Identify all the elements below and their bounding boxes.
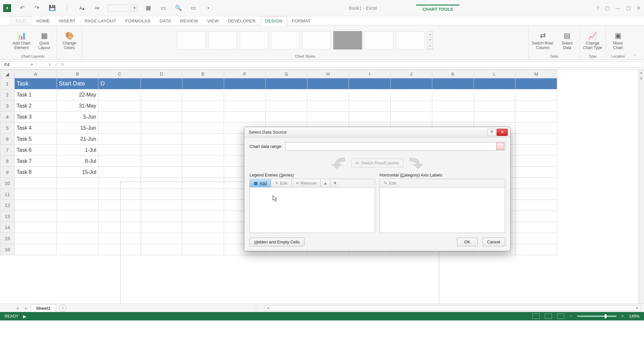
cell[interactable]: 21-Jun — [57, 134, 99, 145]
tab-format[interactable]: FORMAT — [287, 17, 315, 25]
chart-style-6[interactable] — [333, 31, 362, 49]
tab-formulas[interactable]: FORMULAS — [121, 17, 155, 25]
axis-labels-list[interactable] — [380, 188, 505, 233]
cell[interactable]: 15-Jul — [57, 167, 99, 178]
select-all-corner[interactable]: ◢ — [0, 70, 15, 78]
cell[interactable] — [516, 222, 557, 233]
cell[interactable] — [182, 134, 224, 145]
col-header[interactable]: E — [182, 70, 224, 78]
zoom-level[interactable]: 145% — [629, 314, 639, 318]
cell[interactable] — [391, 100, 432, 111]
cell[interactable] — [432, 78, 474, 89]
cell[interactable] — [57, 244, 99, 255]
cell[interactable] — [349, 111, 391, 123]
cell[interactable] — [224, 100, 266, 111]
cell[interactable] — [15, 233, 57, 244]
row-header[interactable]: 11 — [0, 189, 15, 200]
formula-input[interactable] — [67, 61, 643, 68]
col-header[interactable]: B — [57, 70, 99, 78]
qat-button-4[interactable]: ▭ — [189, 4, 197, 12]
col-header[interactable]: C — [99, 70, 141, 78]
sheet-nav-next[interactable]: ► — [22, 306, 31, 310]
cell[interactable]: Task 4 — [15, 123, 57, 134]
chart-styles-more[interactable]: ▲▼▾ — [427, 31, 433, 49]
chart-style-7[interactable] — [365, 31, 393, 49]
font-shrink-button[interactable]: A▾ — [93, 4, 101, 12]
cell[interactable] — [141, 134, 182, 145]
vertical-scrollbar[interactable]: ▲ ▼ — [638, 70, 644, 304]
row-header[interactable]: 3 — [0, 100, 15, 111]
font-select[interactable]: ▾ — [108, 5, 137, 12]
change-chart-type-button[interactable]: 📈 Change Chart Type — [583, 31, 602, 50]
cell[interactable]: 8-Jul — [57, 156, 99, 167]
cell[interactable] — [99, 134, 141, 145]
cell[interactable] — [516, 156, 557, 167]
cell[interactable] — [349, 89, 391, 100]
ribbon-display-options[interactable]: ▢ — [605, 5, 610, 11]
row-header[interactable]: 13 — [0, 211, 15, 222]
row-header[interactable]: 2 — [0, 89, 15, 100]
cell[interactable] — [266, 89, 307, 100]
cell[interactable] — [516, 244, 557, 255]
row-header[interactable]: 6 — [0, 134, 15, 145]
legend-entries-list[interactable] — [249, 188, 375, 233]
cell[interactable] — [516, 123, 557, 134]
zoom-in-button[interactable]: + — [622, 314, 624, 318]
font-grow-button[interactable]: A▴ — [78, 4, 86, 12]
horizontal-scrollbar[interactable]: ◄► — [264, 305, 641, 311]
chart-style-8[interactable] — [396, 31, 424, 49]
chart-style-3[interactable] — [240, 31, 268, 49]
cell[interactable] — [474, 100, 516, 111]
cell[interactable] — [432, 100, 474, 111]
cell[interactable]: 22-May — [57, 89, 99, 100]
chart-style-2[interactable] — [208, 31, 237, 49]
cell[interactable] — [57, 178, 99, 189]
col-header[interactable]: A — [15, 70, 57, 78]
sheet-tab[interactable]: Sheet1 — [31, 304, 56, 312]
table-row[interactable]: 2Task 122-May — [0, 89, 557, 100]
select-data-button[interactable]: ▤ Select Data — [558, 31, 576, 50]
undo-button[interactable]: ↶ — [18, 4, 26, 12]
cell[interactable] — [182, 100, 224, 111]
cell[interactable] — [182, 156, 224, 167]
cell[interactable] — [266, 78, 307, 89]
cell[interactable] — [224, 89, 266, 100]
cell[interactable] — [15, 178, 57, 189]
hidden-empty-cells-button[interactable]: Hidden and Empty Cells — [249, 238, 304, 246]
tab-review[interactable]: REVIEW — [176, 17, 203, 25]
chart-styles-gallery[interactable]: ▲▼▾ — [176, 27, 434, 54]
sheet-nav-prev[interactable]: ◄ — [13, 306, 22, 310]
series-add-button[interactable]: ▦Add — [250, 179, 271, 187]
cell[interactable]: Task — [15, 78, 57, 89]
cell[interactable] — [307, 100, 349, 111]
cell[interactable] — [57, 189, 99, 200]
cell[interactable] — [349, 100, 391, 111]
dialog-help-button[interactable]: ? — [488, 129, 496, 136]
cell[interactable] — [474, 89, 516, 100]
chart-style-1[interactable] — [177, 31, 206, 49]
qat-button-2[interactable]: ▭ — [159, 4, 167, 12]
cell[interactable] — [141, 156, 182, 167]
page-layout-view-button[interactable] — [545, 314, 552, 319]
help-button[interactable]: ? — [597, 5, 599, 11]
cell[interactable]: Task 1 — [15, 89, 57, 100]
cell[interactable]: Task 2 — [15, 100, 57, 111]
col-header[interactable]: J — [391, 70, 432, 78]
cell[interactable] — [516, 145, 557, 156]
cell[interactable] — [516, 233, 557, 244]
cell[interactable] — [57, 222, 99, 233]
name-box[interactable]: F4▼ — [1, 61, 36, 68]
cell[interactable] — [99, 111, 141, 123]
cell[interactable] — [182, 111, 224, 123]
enter-formula-button[interactable]: ✓ — [55, 62, 58, 67]
cell[interactable]: 31-May — [57, 100, 99, 111]
cell[interactable] — [182, 167, 224, 178]
cell[interactable] — [182, 123, 224, 134]
cell[interactable] — [99, 145, 141, 156]
cell[interactable]: Task 5 — [15, 134, 57, 145]
tab-developer[interactable]: DEVELOPER — [223, 17, 260, 25]
scroll-up-icon[interactable]: ▲ — [638, 70, 644, 75]
cell[interactable] — [182, 145, 224, 156]
cell[interactable] — [141, 167, 182, 178]
row-header[interactable]: 10 — [0, 178, 15, 189]
